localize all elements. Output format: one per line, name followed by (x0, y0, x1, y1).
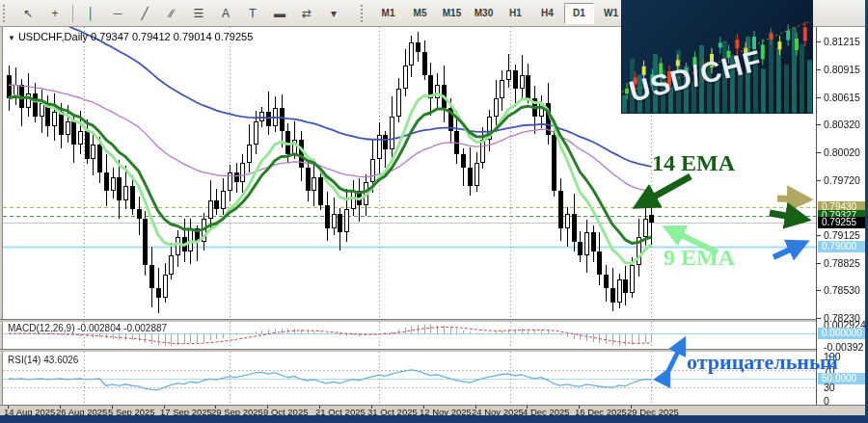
price-tick (817, 235, 821, 236)
timeframe-grip[interactable] (361, 5, 367, 22)
vertical-line-icon[interactable]: │ (78, 2, 103, 24)
price-tick (817, 124, 821, 125)
arrows-dropdown-icon[interactable]: ▾ (321, 2, 346, 24)
price-axis-label: 0.78825 (824, 257, 860, 269)
toolbar-grip[interactable] (3, 5, 10, 22)
price-axis[interactable]: 0.812150.809150.806150.803200.800200.797… (816, 27, 866, 405)
symbol-name: USDCHF,Daily (18, 31, 88, 42)
crosshair-icon[interactable]: + (42, 2, 68, 24)
price-tick (817, 263, 821, 264)
timeframe-m5-button[interactable]: M5 (405, 3, 435, 24)
price-tick (817, 69, 821, 70)
price-axis-label: 0.80915 (824, 64, 860, 75)
price-tag-0.79000: 0.79000 (818, 241, 866, 252)
price-tick (817, 152, 821, 153)
equidistant-channel-icon[interactable]: ∕∕ (159, 2, 184, 24)
shapes-icon[interactable]: ▬ (267, 2, 292, 24)
price-tick (817, 318, 821, 319)
horizontal-line-icon[interactable]: ─ (105, 2, 130, 24)
timeframe-d1-button[interactable]: D1 (564, 3, 594, 24)
price-tick (817, 290, 821, 291)
timeframe-h4-button[interactable]: H4 (532, 3, 562, 24)
macd-indicator-label: MACD(12,26,9) -0.002804 -0.002887 (8, 323, 167, 333)
ema14-annotation: 14 EMA (652, 150, 735, 176)
rsi-indicator-label: RSI(14) 43.6026 (8, 355, 78, 365)
price-axis-label: 0.79720 (824, 174, 860, 186)
price-axis-label: 0.81215 (824, 36, 860, 47)
ema9-annotation: 9 EMA (664, 245, 735, 271)
symbol-ohlc: 0.79347 0.79412 0.79014 0.79255 (91, 31, 253, 42)
arrows-icon[interactable]: ⇄ (294, 2, 319, 24)
price-tag-0.79255: 0.79255 (818, 217, 866, 228)
symbol-line: ▼USDCHF,Daily 0.79347 0.79412 0.79014 0.… (8, 31, 253, 42)
toolbar-divider (72, 5, 73, 22)
text-label-icon[interactable]: T (240, 2, 265, 24)
timeframe-m1-button[interactable]: M1 (373, 3, 403, 24)
timeframe-m30-button[interactable]: M30 (469, 3, 499, 24)
usdchf-promo-image: USD/CHF (622, 0, 812, 113)
cursor-icon[interactable]: ↖ (15, 2, 41, 24)
price-tick (817, 41, 821, 42)
fibonacci-icon[interactable]: ☰ (186, 2, 211, 24)
price-axis-label: 0.80020 (824, 146, 860, 158)
mt4-window: ↖+│─╱∕∕☰AT▬⇄▾ M1M5M15M30H1H4D1W1MN ▼USDC… (0, 0, 868, 423)
price-axis-label: 0.80615 (824, 92, 860, 103)
price-tick (817, 180, 821, 181)
timeframe-m15-button[interactable]: M15 (437, 3, 467, 24)
symbol-dropdown-icon[interactable]: ▼ (8, 34, 15, 42)
price-axis-label: 0.80320 (824, 119, 860, 130)
price-tick (817, 97, 821, 98)
price-axis-label: 0.78530 (824, 284, 860, 296)
negative-annotation: отрицательный (687, 350, 838, 375)
macd-axis-label: 0.000000 (818, 328, 866, 339)
trendline-icon[interactable]: ╱ (132, 2, 157, 24)
rsi-axis-label: 30 (824, 382, 835, 393)
timeframe-h1-button[interactable]: H1 (501, 3, 530, 24)
text-icon[interactable]: A (213, 2, 238, 24)
price-axis-label: 0.79125 (824, 229, 860, 241)
window-bottom-border (0, 415, 868, 423)
